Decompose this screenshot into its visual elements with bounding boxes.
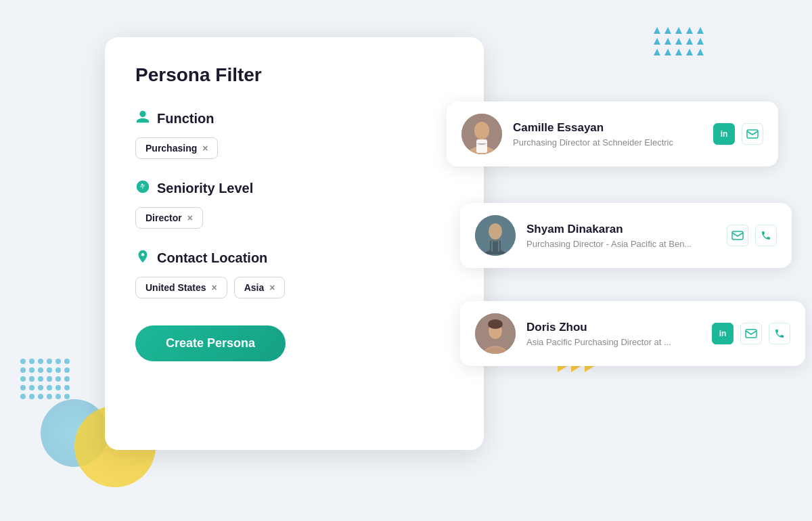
create-persona-button[interactable]: Create Persona xyxy=(135,325,286,361)
tag-asia-close[interactable]: × xyxy=(269,283,275,292)
contact-name-doris: Doris Zhou xyxy=(526,321,701,334)
deco-arrows-blue xyxy=(654,27,704,55)
tag-us: United States × xyxy=(135,277,227,298)
seniority-label: Seniority Level xyxy=(157,181,253,196)
tag-director-close[interactable]: × xyxy=(187,213,193,223)
function-label: Function xyxy=(157,111,214,127)
svg-point-0 xyxy=(139,183,141,186)
tag-purchasing-label: Purchasing xyxy=(145,143,197,154)
filter-card: Persona Filter Function Purchasing × xyxy=(105,37,484,450)
svg-rect-20 xyxy=(746,330,757,338)
location-section: Contact Location United States × Asia × xyxy=(135,249,453,298)
svg-point-12 xyxy=(489,223,502,240)
contact-card-shyam: Shyam Dinakaran Purchasing Director - As… xyxy=(460,203,792,268)
svg-point-2 xyxy=(145,183,148,186)
linkedin-icon-doris[interactable]: in xyxy=(712,323,734,344)
email-icon-camille[interactable] xyxy=(742,123,763,145)
phone-icon-shyam[interactable] xyxy=(755,225,777,246)
contact-info-camille: Camille Essayan Purchasing Director at S… xyxy=(513,121,702,148)
tag-us-close[interactable]: × xyxy=(211,283,217,292)
tag-director-label: Director xyxy=(145,212,182,223)
contact-role-shyam: Purchasing Director - Asia Pacific at Be… xyxy=(526,239,716,249)
tag-purchasing-close[interactable]: × xyxy=(202,143,208,153)
svg-point-8 xyxy=(474,122,489,139)
svg-point-1 xyxy=(141,181,144,184)
contact-actions-doris: in xyxy=(712,323,790,344)
tag-asia: Asia × xyxy=(234,277,286,298)
avatar-camille xyxy=(461,114,502,154)
email-icon-doris[interactable] xyxy=(740,323,762,344)
location-tags: United States × Asia × xyxy=(135,277,453,298)
seniority-section: Seniority Level Director × xyxy=(135,179,453,229)
avatar-doris xyxy=(475,313,516,354)
contact-info-doris: Doris Zhou Asia Pacific Purchasing Direc… xyxy=(526,321,701,347)
contact-actions-shyam xyxy=(727,225,777,246)
seniority-icon xyxy=(135,179,150,198)
filter-title: Persona Filter xyxy=(135,64,453,86)
function-section: Function Purchasing × xyxy=(135,110,453,159)
contact-info-shyam: Shyam Dinakaran Purchasing Director - As… xyxy=(526,223,716,249)
linkedin-icon-camille[interactable]: in xyxy=(713,123,735,145)
contact-name-camille: Camille Essayan xyxy=(513,121,702,135)
function-header: Function xyxy=(135,110,453,128)
scene: Persona Filter Function Purchasing × xyxy=(0,0,812,521)
svg-rect-16 xyxy=(732,231,743,240)
function-icon xyxy=(135,110,150,128)
contact-card-doris: Doris Zhou Asia Pacific Purchasing Direc… xyxy=(460,301,805,366)
location-label: Contact Location xyxy=(157,250,267,266)
seniority-header: Seniority Level xyxy=(135,179,453,198)
svg-rect-6 xyxy=(144,187,148,189)
tag-asia-label: Asia xyxy=(244,282,265,293)
deco-dots-pattern xyxy=(20,359,70,399)
tag-us-label: United States xyxy=(145,282,206,293)
location-icon xyxy=(135,249,150,267)
location-header: Contact Location xyxy=(135,249,453,267)
contact-role-camille: Purchasing Director at Schneider Electri… xyxy=(513,137,702,148)
seniority-tags: Director × xyxy=(135,207,453,229)
contact-role-doris: Asia Pacific Purchasing Director at ... xyxy=(526,337,701,347)
contact-actions-camille: in xyxy=(713,123,763,145)
contact-card-camille: Camille Essayan Purchasing Director at S… xyxy=(447,101,778,166)
phone-icon-doris[interactable] xyxy=(769,323,790,344)
tag-director: Director × xyxy=(135,207,203,229)
contact-name-shyam: Shyam Dinakaran xyxy=(526,223,716,236)
svg-point-19 xyxy=(488,319,503,329)
tag-purchasing: Purchasing × xyxy=(135,137,218,159)
svg-rect-9 xyxy=(476,139,487,153)
function-tags: Purchasing × xyxy=(135,137,453,159)
svg-rect-3 xyxy=(139,185,147,186)
email-icon-shyam[interactable] xyxy=(727,225,748,246)
avatar-shyam xyxy=(475,215,516,256)
svg-rect-10 xyxy=(747,130,758,138)
